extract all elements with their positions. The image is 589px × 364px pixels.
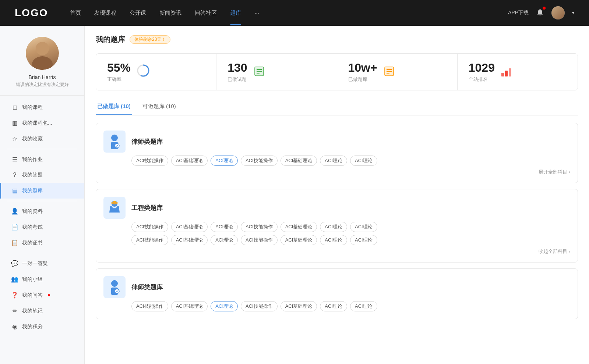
tag[interactable]: ACI理论 (350, 235, 377, 245)
nav-qa[interactable]: 问答社区 (195, 10, 217, 17)
tag-active[interactable]: ACI理论 (211, 301, 238, 311)
tag[interactable]: ACI基础理论 (281, 301, 317, 311)
tag[interactable]: ACI理论 (211, 235, 238, 245)
tag[interactable]: ACI理论 (350, 222, 377, 232)
qa-dot-badge (48, 294, 50, 296)
tag[interactable]: ACI技能操作 (241, 222, 278, 232)
header: LOGO 首页 发现课程 公开课 新闻资讯 问答社区 题库 ··· APP下载 … (0, 0, 589, 26)
stat-accuracy: 55% 正确率 (96, 54, 216, 90)
tag[interactable]: ACI基础理论 (171, 235, 208, 245)
qbank-title-3: 律师类题库 (131, 283, 163, 292)
points-icon: ◉ (11, 323, 18, 330)
notification-bell[interactable] (536, 8, 544, 18)
nav-home[interactable]: 首页 (70, 10, 81, 17)
tag[interactable]: ACI技能操作 (131, 301, 168, 311)
sidebar-item-notes[interactable]: ✏ 我的笔记 (0, 303, 84, 319)
tag[interactable]: ACI理论 (320, 156, 347, 166)
tag[interactable]: ACI理论 (320, 235, 347, 245)
profile-name: Brian Harris (7, 74, 77, 80)
qbank-tags-3: ACI技能操作 ACI基础理论 ACI理论 ACI技能操作 ACI基础理论 AC… (131, 301, 570, 311)
homework-icon: ☰ (11, 156, 18, 163)
profile-icon: 👤 (11, 208, 18, 215)
profile-avatar (26, 37, 59, 70)
user-menu-chevron[interactable]: ▾ (572, 10, 574, 15)
package-icon: ▦ (11, 119, 18, 126)
questions-icon (253, 65, 265, 79)
qbank-header-2: 工程类题库 (103, 197, 570, 219)
tag[interactable]: ACI技能操作 (131, 156, 168, 166)
qbank-tags-1: ACI技能操作 ACI基础理论 ACI理论 ACI技能操作 ACI基础理论 AC… (131, 156, 570, 166)
svg-point-0 (36, 42, 49, 55)
sidebar-item-my-courses[interactable]: ◻ 我的课程 (0, 99, 84, 115)
sidebar-item-qbank[interactable]: ▤ 我的题库 (0, 183, 84, 199)
nav-news[interactable]: 新闻资讯 (159, 10, 181, 17)
tag[interactable]: ACI理论 (350, 156, 377, 166)
tag[interactable]: ACI技能操作 (241, 235, 278, 245)
sidebar-item-certificate[interactable]: 📋 我的证书 (0, 235, 84, 251)
sidebar-item-qa[interactable]: ? 我的答疑 (0, 167, 84, 183)
sidebar-item-exams[interactable]: 📄 我的考试 (0, 219, 84, 235)
sidebar-divider-3 (7, 253, 77, 253)
sidebar-item-homework[interactable]: ☰ 我的作业 (0, 151, 84, 167)
qbank-section-lawyer-1: 律师类题库 ACI技能操作 ACI基础理论 ACI理论 ACI技能操作 ACI基… (96, 123, 578, 183)
qbank-title-2: 工程类题库 (131, 204, 163, 212)
engineer-icon (103, 197, 126, 219)
nav-open-course[interactable]: 公开课 (130, 10, 146, 17)
lawyer-icon-2 (103, 276, 126, 298)
nav-qbank[interactable]: 题库 (230, 10, 241, 17)
app-download-button[interactable]: APP下载 (508, 10, 529, 16)
sidebar-item-profile[interactable]: 👤 我的资料 (0, 203, 84, 219)
qbank-header-1: 律师类题库 (103, 131, 570, 153)
tag[interactable]: ACI基础理论 (171, 222, 208, 232)
nav-courses[interactable]: 发现课程 (94, 10, 116, 17)
ranking-icon (501, 65, 512, 79)
tag[interactable]: ACI理论 (320, 301, 347, 311)
expand-button-1[interactable]: 展开全部科目 › (103, 169, 570, 175)
tab-done[interactable]: 已做题库 (10) (96, 99, 132, 115)
sidebar-item-course-packages[interactable]: ▦ 我的课程包... (0, 115, 84, 131)
tag[interactable]: ACI基础理论 (281, 235, 317, 245)
sidebar-divider-2 (7, 201, 77, 201)
tag[interactable]: ACI基础理论 (171, 156, 208, 166)
group-icon: 👥 (11, 276, 18, 283)
tab-available[interactable]: 可做题库 (10) (141, 99, 177, 115)
banks-icon (383, 65, 395, 79)
sidebar-label: 我的课程 (22, 104, 43, 111)
tag[interactable]: ACI技能操作 (131, 222, 168, 232)
sidebar-item-points[interactable]: ◉ 我的积分 (0, 319, 84, 335)
sidebar: Brian Harris 错误的决定比没有决定要好 ◻ 我的课程 ▦ 我的课程包… (0, 26, 85, 364)
svg-rect-14 (501, 73, 504, 76)
tag[interactable]: ACI基础理论 (281, 156, 317, 166)
tag[interactable]: ACI基础理论 (171, 301, 208, 311)
stat-value: 10w+ 已做题库 (348, 61, 377, 83)
tag[interactable]: ACI理论 (350, 301, 377, 311)
sidebar-item-my-qa[interactable]: ❓ 我的问答 (0, 287, 84, 303)
user-avatar[interactable] (551, 6, 565, 19)
tag[interactable]: ACI理论 (211, 222, 238, 232)
sidebar-label: 我的积分 (22, 324, 43, 330)
main-content: 我的题库 体验剩余23天！ 55% 正确率 130 (85, 26, 589, 364)
header-right: APP下载 ▾ (508, 6, 574, 19)
logo[interactable]: LOGO (15, 7, 48, 19)
sidebar-item-group[interactable]: 👥 我的小组 (0, 271, 84, 287)
tag[interactable]: ACI技能操作 (241, 156, 278, 166)
sidebar-item-1on1[interactable]: 💬 一对一答疑 (0, 256, 84, 271)
stat-value: 130 已做试题 (228, 61, 247, 83)
sidebar-label: 我的小组 (22, 276, 43, 283)
sidebar-label: 我的答疑 (22, 172, 43, 178)
svg-point-17 (111, 135, 118, 141)
star-icon: ☆ (11, 135, 18, 142)
tag[interactable]: ACI技能操作 (131, 235, 168, 245)
sidebar-item-favorites[interactable]: ☆ 我的收藏 (0, 131, 84, 147)
cert-icon: 📋 (11, 239, 18, 246)
tag[interactable]: ACI理论 (320, 222, 347, 232)
nav-more[interactable]: ··· (254, 10, 259, 17)
sidebar-label: 我的笔记 (22, 308, 43, 314)
tag-active[interactable]: ACI理论 (211, 156, 238, 166)
sidebar-label: 我的资料 (22, 208, 43, 215)
svg-rect-15 (505, 71, 508, 76)
tag[interactable]: ACI技能操作 (241, 301, 278, 311)
collapse-button[interactable]: 收起全部科目 › (103, 248, 570, 255)
tag[interactable]: ACI基础理论 (281, 222, 317, 232)
stat-ranking: 1029 全站排名 (457, 54, 578, 90)
